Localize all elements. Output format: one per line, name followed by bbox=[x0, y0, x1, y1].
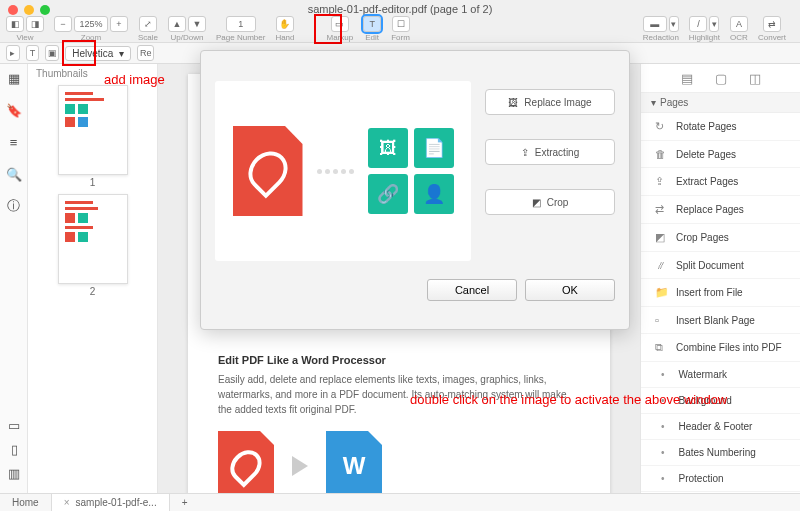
redaction-menu[interactable]: ▾ bbox=[669, 16, 679, 32]
insert-from-file-item[interactable]: 📁Insert from File bbox=[641, 279, 800, 307]
page-up-button[interactable]: ▲ bbox=[168, 16, 186, 32]
thumbnails-panel: Thumbnails 1 2 bbox=[28, 64, 158, 493]
layout-tab-icon[interactable]: ◫ bbox=[747, 70, 763, 86]
insert-blank-page-item[interactable]: ▫Insert Blank Page bbox=[641, 307, 800, 334]
stamp-tab-icon[interactable]: ▢ bbox=[713, 70, 729, 86]
right-sidebar: ▤ ▢ ◫ ▾Pages ↻Rotate Pages 🗑Delete Pages… bbox=[640, 64, 800, 493]
thumbnail-page-2[interactable] bbox=[58, 194, 128, 284]
view-panel-left-button[interactable]: ◧ bbox=[6, 16, 24, 32]
markup-button[interactable]: ▭ bbox=[331, 16, 349, 32]
dropdown-icon: ▾ bbox=[119, 48, 124, 59]
dots-icon bbox=[317, 169, 354, 174]
highlight-menu[interactable]: ▾ bbox=[709, 16, 719, 32]
combine-icon: ⧉ bbox=[655, 341, 668, 354]
page-down-button[interactable]: ▼ bbox=[188, 16, 206, 32]
split-icon: ⫽ bbox=[655, 259, 668, 271]
thumb-2-number: 2 bbox=[36, 286, 149, 297]
dialog-preview: 🖼 📄 🔗 👤 bbox=[215, 81, 471, 261]
zoom-in-button[interactable]: + bbox=[110, 16, 128, 32]
view-panel-right-button[interactable]: ◨ bbox=[26, 16, 44, 32]
left-rail-bottom: ▭ ▯ ▥ ▦ bbox=[0, 417, 28, 505]
view-mode-2-icon[interactable]: ▯ bbox=[6, 441, 22, 457]
export-icon: ⇪ bbox=[521, 147, 529, 158]
font-name: Helvetica bbox=[72, 48, 113, 59]
header-footer-item[interactable]: Header & Footer bbox=[641, 414, 800, 440]
blank-page-icon: ▫ bbox=[655, 314, 668, 326]
pages-tab-icon[interactable]: ▤ bbox=[679, 70, 695, 86]
cancel-button[interactable]: Cancel bbox=[427, 279, 517, 301]
extract-pages-item[interactable]: ⇪Extract Pages bbox=[641, 168, 800, 196]
replace-image-button[interactable]: 🖼Replace Image bbox=[485, 89, 615, 115]
info-tab-icon[interactable]: ⓘ bbox=[6, 198, 22, 214]
arrow-right-icon bbox=[292, 456, 308, 476]
trash-icon: 🗑 bbox=[655, 148, 668, 160]
home-tab[interactable]: Home bbox=[0, 494, 52, 511]
image-icon: 🖼 bbox=[508, 97, 518, 108]
watermark-item[interactable]: Watermark bbox=[641, 362, 800, 388]
image-edit-dialog: 🖼 📄 🔗 👤 🖼Replace Image ⇪Extracting ◩Crop… bbox=[200, 50, 630, 330]
scale-label: Scale bbox=[138, 33, 158, 42]
annotation-add-image: add image bbox=[104, 72, 165, 87]
re-button[interactable]: Re bbox=[137, 45, 154, 61]
hand-tool-button[interactable]: ✋ bbox=[276, 16, 294, 32]
bates-numbering-item[interactable]: Bates Numbering bbox=[641, 440, 800, 466]
close-tab-icon[interactable]: × bbox=[64, 497, 70, 508]
replace-icon: ⇄ bbox=[655, 203, 668, 216]
zoom-label: Zoom bbox=[81, 33, 101, 42]
text-type-icon: 📄 bbox=[414, 128, 454, 168]
thumbnails-tab-icon[interactable]: ▦ bbox=[6, 70, 22, 86]
pages-section-header: ▾Pages bbox=[641, 93, 800, 113]
rotate-icon: ↻ bbox=[655, 120, 668, 133]
page-number-field[interactable]: 1 bbox=[226, 16, 256, 32]
edit-mode-button[interactable]: T bbox=[363, 16, 381, 32]
ocr-button[interactable]: A bbox=[730, 16, 748, 32]
file-tab[interactable]: ×sample-01-pdf-e... bbox=[52, 494, 170, 511]
search-tab-icon[interactable]: 🔍 bbox=[6, 166, 22, 182]
zoom-out-button[interactable]: − bbox=[54, 16, 72, 32]
form-button[interactable]: ☐ bbox=[392, 16, 410, 32]
hand-label: Hand bbox=[275, 33, 294, 42]
replace-pages-item[interactable]: ⇄Replace Pages bbox=[641, 196, 800, 224]
extract-icon: ⇪ bbox=[655, 175, 668, 188]
form-label: Form bbox=[391, 33, 410, 42]
ocr-label: OCR bbox=[730, 33, 748, 42]
crop-dialog-icon: ◩ bbox=[532, 197, 541, 208]
markup-label: Markup bbox=[327, 33, 354, 42]
outline-tab-icon[interactable]: ≡ bbox=[6, 134, 22, 150]
protection-item[interactable]: Protection bbox=[641, 466, 800, 492]
word-file-icon[interactable]: W bbox=[326, 431, 382, 493]
view-mode-1-icon[interactable]: ▭ bbox=[6, 417, 22, 433]
view-label: View bbox=[16, 33, 33, 42]
zoom-value[interactable]: 125% bbox=[74, 16, 108, 32]
bookmarks-tab-icon[interactable]: 🔖 bbox=[6, 102, 22, 118]
text-edit-button[interactable]: T bbox=[26, 45, 40, 61]
crop-pages-item[interactable]: ◩Crop Pages bbox=[641, 224, 800, 252]
split-document-item[interactable]: ⫽Split Document bbox=[641, 252, 800, 279]
pdf-preview-icon bbox=[233, 126, 303, 216]
highlight-button[interactable]: / bbox=[689, 16, 707, 32]
panel-toggle-button[interactable]: ▸ bbox=[6, 45, 20, 61]
updown-label: Up/Down bbox=[171, 33, 204, 42]
scale-button[interactable]: ⤢ bbox=[139, 16, 157, 32]
rotate-pages-item[interactable]: ↻Rotate Pages bbox=[641, 113, 800, 141]
combine-files-item[interactable]: ⧉Combine Files into PDF bbox=[641, 334, 800, 362]
thumbnail-page-1[interactable] bbox=[58, 85, 128, 175]
pdf-file-icon[interactable] bbox=[218, 431, 274, 493]
image-type-icon: 🖼 bbox=[368, 128, 408, 168]
delete-pages-item[interactable]: 🗑Delete Pages bbox=[641, 141, 800, 168]
ok-button[interactable]: OK bbox=[525, 279, 615, 301]
thumb-1-number: 1 bbox=[36, 177, 149, 188]
folder-icon: 📁 bbox=[655, 286, 668, 299]
view-mode-3-icon[interactable]: ▥ bbox=[6, 465, 22, 481]
convert-button[interactable]: ⇄ bbox=[763, 16, 781, 32]
redaction-button[interactable]: ▬ bbox=[643, 16, 667, 32]
highlight-label: Highlight bbox=[689, 33, 720, 42]
font-select[interactable]: Helvetica▾ bbox=[65, 46, 131, 61]
crop-button[interactable]: ◩Crop bbox=[485, 189, 615, 215]
extracting-button[interactable]: ⇪Extracting bbox=[485, 139, 615, 165]
redaction-label: Redaction bbox=[643, 33, 679, 42]
window-title: sample-01-pdf-editor.pdf (page 1 of 2) bbox=[0, 3, 800, 15]
add-tab-button[interactable]: + bbox=[170, 494, 200, 511]
add-image-button[interactable]: ▣ bbox=[45, 45, 59, 61]
edit-toolbar: ▸ T ▣ Helvetica▾ Re bbox=[0, 42, 160, 64]
